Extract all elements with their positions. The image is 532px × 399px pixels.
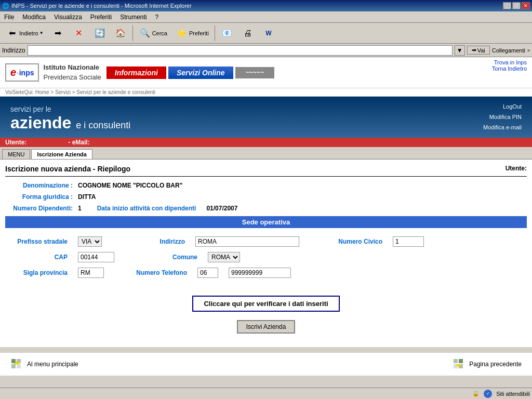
numero-civico-input[interactable] xyxy=(393,236,424,247)
menu-file[interactable]: File xyxy=(2,12,16,22)
forma-giuridica-value: DITTA xyxy=(78,193,96,201)
home-icon: 🏠 xyxy=(114,27,127,39)
maximize-button[interactable]: □ xyxy=(512,2,521,9)
numero-tel-input[interactable] xyxy=(229,268,291,278)
logo-line1: Istituto Nazionale xyxy=(43,63,101,72)
mail-button[interactable]: 📧 xyxy=(217,25,237,41)
menu-bar: File Modifica Visualizza Preferiti Strum… xyxy=(0,11,532,23)
go-button[interactable]: ➡ Vai xyxy=(467,46,490,55)
search-button[interactable]: 🔍 Cerca xyxy=(135,25,171,41)
address-bar: Indirizzo ▼ ➡ Vai Collegamenti » xyxy=(0,44,532,57)
iscrivi-button[interactable]: Iscrivi Azienda xyxy=(237,320,296,334)
links-chevron-icon: » xyxy=(527,48,530,53)
page-title: aziende e i consulenti xyxy=(10,113,130,132)
inps-header: e · inps Istituto Nazionale Previdenza S… xyxy=(0,57,532,88)
ie-globe-icon: ✓ xyxy=(484,390,492,398)
breadcrumb-text: VoiSieteQui: Home > Servizi > Servizi pe… xyxy=(5,89,155,95)
tab-menu[interactable]: MENU xyxy=(2,149,30,159)
word-icon: W xyxy=(262,27,275,39)
utente-label: Utente: xyxy=(5,139,26,146)
menu-help[interactable]: ? xyxy=(153,12,161,22)
svg-rect-5 xyxy=(454,359,458,363)
page-header: servizi per le aziende e i consulenti Lo… xyxy=(0,97,532,138)
stop-button[interactable]: ✕ xyxy=(69,25,89,41)
menu-strumenti[interactable]: Strumenti xyxy=(118,12,149,22)
inps-logo: e · inps Istituto Nazionale Previdenza S… xyxy=(0,61,107,84)
forward-button[interactable]: ➡ xyxy=(48,25,68,41)
form-title: Iscrizione nuova azienda - Riepilogo xyxy=(5,165,130,173)
sede-operativa-header: Sede operativa xyxy=(5,216,527,228)
tab-iscrizione[interactable]: Iscrizione Azienda xyxy=(31,149,92,159)
menu-visualizza[interactable]: Visualizza xyxy=(52,12,84,22)
window-title: INPS - Servizi per le aziende e i consul… xyxy=(11,3,192,9)
prefisso-tel-input[interactable] xyxy=(197,268,218,278)
menu-principale-item[interactable]: Al menu principale xyxy=(10,358,78,370)
info-button[interactable]: Informazioni xyxy=(107,66,166,79)
minimize-button[interactable]: _ xyxy=(503,2,511,9)
logout-link[interactable]: LogOut xyxy=(483,102,522,112)
prefisso-label: Prefisso stradale xyxy=(10,238,68,245)
email-label: - eMail: xyxy=(68,139,89,146)
cap-input[interactable] xyxy=(78,252,114,262)
word-button[interactable]: W xyxy=(259,25,278,41)
favorites-button[interactable]: ⭐ Preferiti xyxy=(172,25,212,41)
search-label: Cerca xyxy=(152,30,167,36)
back-dropdown-icon[interactable]: ▼ xyxy=(39,31,44,35)
sigla-provincia-label: Sigla provincia xyxy=(10,269,68,276)
verify-btn-row: Cliccare qui per verificare i dati inser… xyxy=(5,296,527,312)
toolbar-separator xyxy=(132,25,133,41)
address-dropdown[interactable]: ▼ xyxy=(455,45,465,56)
go-label: Vai xyxy=(477,47,485,54)
sigla-provincia-input[interactable] xyxy=(78,268,104,278)
favorites-label: Preferiti xyxy=(189,30,209,36)
toolbar: ⬅ Indietro ▼ ➡ ✕ 🔄 🏠 🔍 Cerca ⭐ Preferiti… xyxy=(0,23,532,44)
menu-modifica[interactable]: Modifica xyxy=(20,12,48,22)
title-bar-buttons[interactable]: _ □ ✕ xyxy=(503,2,530,9)
form-title-row: Iscrizione nuova azienda - Riepilogo Ute… xyxy=(5,165,527,177)
page-title-aziende: aziende xyxy=(10,113,71,132)
home-button[interactable]: 🏠 xyxy=(111,25,130,41)
lock-icon: 🔒 xyxy=(472,390,480,397)
numero-civico-label: Numero Civico xyxy=(325,238,382,245)
services-button[interactable]: Servizi Online xyxy=(168,66,233,79)
sede-grid: Prefisso stradale VIA Indirizzo Numero C… xyxy=(5,232,527,287)
banner-area: Informazioni Servizi Online ~~~~~ xyxy=(107,66,274,79)
torna-link[interactable]: Torna Indietro xyxy=(492,65,527,72)
breadcrumb: VoiSieteQui: Home > Servizi > Servizi pe… xyxy=(0,88,532,97)
user-bar: Utente: - eMail: xyxy=(0,138,532,147)
comune-label: Comune xyxy=(140,254,197,261)
menu-preferiti[interactable]: Preferiti xyxy=(88,12,114,22)
svg-rect-0 xyxy=(11,359,16,363)
data-inizio-value: 01/07/2007 xyxy=(206,205,237,212)
comune-select[interactable]: ROMA xyxy=(208,252,240,262)
sede-row-3: Sigla provincia Numero Telefono xyxy=(10,268,522,278)
logo-inps: inps xyxy=(19,69,34,77)
print-button[interactable]: 🖨 xyxy=(238,25,258,41)
address-input[interactable] xyxy=(28,45,453,56)
page-title-suffix: e i consulenti xyxy=(76,120,130,130)
title-bar: 🌐 INPS - Servizi per le aziende e i cons… xyxy=(0,0,532,11)
pagina-precedente-label: Pagina precedente xyxy=(469,361,522,368)
svg-rect-3 xyxy=(17,364,21,368)
close-button[interactable]: ✕ xyxy=(522,2,530,9)
page-subtitle: servizi per le xyxy=(10,105,130,113)
home-nav-icon xyxy=(10,358,23,370)
iscrivi-btn-row: Iscrivi Azienda xyxy=(5,320,527,334)
indirizzo-input[interactable] xyxy=(195,236,299,247)
verify-button[interactable]: Cliccare qui per verificare i dati inser… xyxy=(192,296,339,312)
trova-link[interactable]: Trova in Inps xyxy=(492,59,527,65)
sede-row-2: CAP Comune ROMA xyxy=(10,252,522,262)
modifica-email-link[interactable]: Modifica e-mail xyxy=(483,123,522,133)
links-label[interactable]: Collegamenti xyxy=(492,47,525,54)
prefisso-select[interactable]: VIA xyxy=(78,236,102,247)
back-icon: ⬅ xyxy=(6,27,18,39)
pagina-precedente-item[interactable]: Pagina precedente xyxy=(453,358,522,370)
back-nav-icon xyxy=(453,358,465,370)
refresh-icon: 🔄 xyxy=(94,27,106,39)
modifica-pin-link[interactable]: Modifica PIN xyxy=(483,112,522,123)
back-button[interactable]: ⬅ Indietro ▼ xyxy=(2,25,47,41)
main-content: Iscrizione nuova azienda - Riepilogo Ute… xyxy=(0,159,532,347)
numero-dipendenti-value: 1 xyxy=(78,205,82,212)
denominazione-value: COGNOME NOME "PICCOLO BAR" xyxy=(78,182,182,189)
refresh-button[interactable]: 🔄 xyxy=(90,25,110,41)
